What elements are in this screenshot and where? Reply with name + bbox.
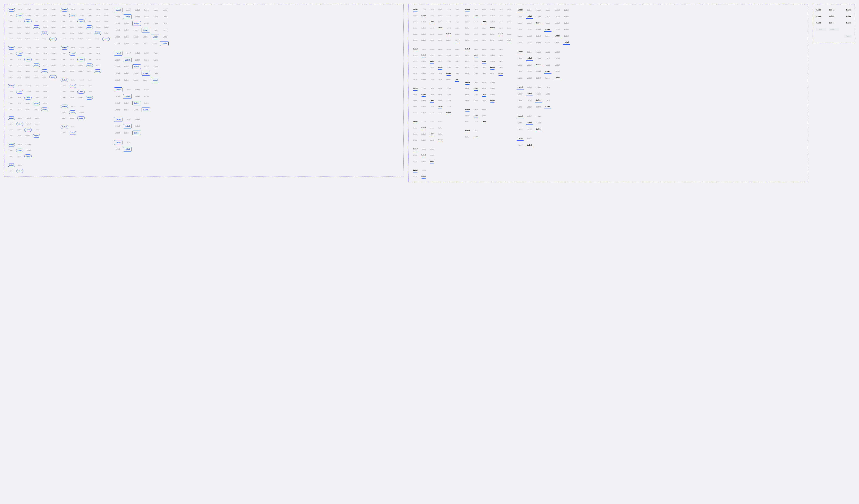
tab[interactable]: Label: [152, 65, 160, 69]
tab-selected[interactable]: Label: [16, 169, 24, 173]
tab[interactable]: Label: [526, 41, 533, 45]
tab[interactable]: Label: [17, 143, 24, 146]
tab-selected[interactable]: Label: [8, 143, 15, 146]
tab-selected[interactable]: Label: [8, 8, 15, 12]
tab[interactable]: Label: [16, 155, 22, 158]
tab[interactable]: Label: [123, 21, 130, 26]
tab[interactable]: Label: [33, 108, 39, 111]
tab[interactable]: Label: [473, 129, 479, 133]
tab[interactable]: Label: [16, 96, 22, 99]
tab[interactable]: Label: [114, 78, 121, 82]
tab-selected[interactable]: Label: [77, 58, 85, 61]
tab[interactable]: Label: [526, 34, 533, 38]
tab[interactable]: Label: [8, 25, 14, 29]
tab[interactable]: Label: [544, 63, 552, 67]
tab[interactable]: Label: [506, 8, 512, 12]
tab-selected[interactable]: Label: [160, 41, 169, 46]
tab[interactable]: Label: [69, 69, 75, 73]
tab-selected[interactable]: Label: [61, 105, 68, 108]
tab[interactable]: Label: [42, 101, 48, 106]
tab[interactable]: Label: [464, 114, 471, 118]
tab[interactable]: Label: [437, 32, 443, 36]
tab[interactable]: Label: [421, 105, 427, 109]
tab[interactable]: Label: [535, 92, 542, 96]
tab[interactable]: Label: [123, 65, 130, 69]
tab-selected[interactable]: Label: [526, 92, 533, 96]
tab[interactable]: Label: [134, 58, 141, 62]
tab[interactable]: Label: [152, 8, 160, 12]
tab[interactable]: Label: [526, 98, 533, 103]
tab[interactable]: Label: [429, 111, 435, 115]
tab[interactable]: Label: [143, 65, 150, 69]
tab[interactable]: Label: [114, 15, 121, 19]
tab[interactable]: Label: [454, 8, 460, 12]
tab[interactable]: Label: [429, 72, 435, 76]
tab-selected[interactable]: Label: [506, 38, 512, 42]
tab[interactable]: Label: [114, 101, 121, 105]
tab[interactable]: Label: [134, 8, 141, 12]
tab-selected[interactable]: Label: [69, 131, 76, 135]
tab[interactable]: Label: [17, 8, 24, 12]
tab-selected[interactable]: Label: [421, 174, 427, 178]
tab[interactable]: Label: [114, 28, 121, 32]
tab-selected[interactable]: Label: [421, 93, 427, 97]
tab[interactable]: Label: [17, 46, 24, 50]
tab[interactable]: Label: [8, 52, 14, 56]
tab[interactable]: Label: [34, 58, 40, 61]
tab[interactable]: Label: [70, 46, 77, 50]
tab[interactable]: Label: [77, 96, 84, 99]
tab[interactable]: Label: [34, 90, 40, 94]
tab[interactable]: Label: [429, 38, 435, 42]
tab[interactable]: Label: [421, 120, 427, 124]
tab[interactable]: Label: [454, 60, 460, 63]
tab[interactable]: Label: [8, 58, 14, 61]
tab[interactable]: Label: [162, 21, 169, 26]
tab[interactable]: Label: [489, 20, 496, 24]
button[interactable]: Label: [816, 15, 826, 18]
tab-selected[interactable]: Label: [489, 99, 496, 103]
tab-selected[interactable]: Label: [24, 58, 32, 61]
tab[interactable]: Label: [124, 8, 132, 12]
tab-selected[interactable]: Label: [412, 120, 419, 124]
tab[interactable]: Label: [132, 28, 139, 32]
tab[interactable]: Label: [544, 76, 551, 80]
tab[interactable]: Label: [481, 72, 487, 76]
tab-selected[interactable]: Label: [554, 76, 561, 80]
tab-selected[interactable]: Label: [24, 96, 32, 99]
tab[interactable]: Label: [143, 88, 150, 92]
tab[interactable]: Label: [34, 122, 40, 126]
tab[interactable]: Label: [61, 37, 67, 41]
tab[interactable]: Label: [489, 53, 496, 57]
tab[interactable]: Label: [446, 105, 452, 109]
tab[interactable]: Label: [87, 46, 93, 50]
tab[interactable]: Label: [8, 14, 14, 17]
tab[interactable]: Label: [78, 52, 85, 56]
tab[interactable]: Label: [87, 90, 93, 94]
tab-selected[interactable]: Label: [114, 51, 123, 56]
tab-selected[interactable]: Label: [49, 75, 57, 79]
tab[interactable]: Label: [421, 8, 427, 12]
tab[interactable]: Label: [50, 46, 57, 50]
tab[interactable]: Label: [563, 8, 570, 12]
tab[interactable]: Label: [132, 78, 139, 82]
tab-selected[interactable]: Label: [16, 52, 24, 56]
tab[interactable]: Label: [498, 47, 504, 51]
tab[interactable]: Label: [16, 58, 22, 61]
tab[interactable]: Label: [143, 94, 150, 98]
tab[interactable]: Label: [481, 32, 487, 36]
tab[interactable]: Label: [446, 93, 452, 97]
tab[interactable]: Label: [69, 90, 75, 94]
tab[interactable]: Label: [86, 37, 92, 41]
tab[interactable]: Label: [78, 110, 85, 114]
tab[interactable]: Label: [34, 128, 40, 132]
tab[interactable]: Label: [516, 98, 524, 103]
tab[interactable]: Label: [412, 93, 418, 97]
tab[interactable]: Label: [50, 63, 57, 67]
tab[interactable]: Label: [33, 31, 39, 35]
tab[interactable]: Label: [16, 19, 22, 23]
tab[interactable]: Label: [498, 8, 504, 12]
tab[interactable]: Label: [554, 28, 561, 32]
tab-selected[interactable]: Label: [86, 25, 93, 29]
tab-selected[interactable]: Label: [464, 8, 471, 12]
tab[interactable]: Label: [42, 58, 48, 61]
